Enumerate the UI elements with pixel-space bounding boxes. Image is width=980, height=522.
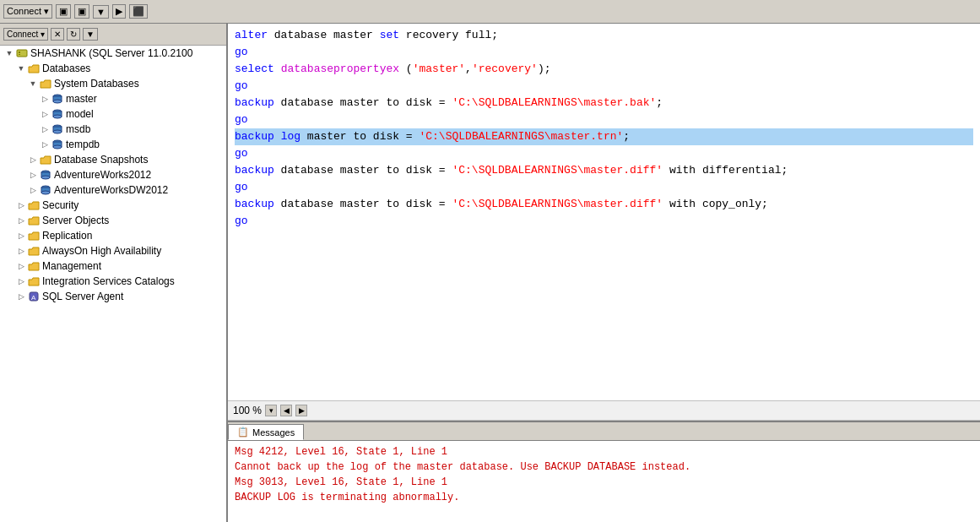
sql-line-7: backup log master to disk = 'C:\SQLDBALE… — [235, 128, 973, 145]
msdb-db-icon — [51, 123, 64, 135]
svg-point-16 — [53, 145, 62, 149]
svg-marker-28 — [29, 263, 39, 270]
message-line: Msg 4212, Level 16, State 1, Line 1 — [235, 444, 973, 459]
tree-item-tempdb[interactable]: ▷ tempdb — [0, 137, 226, 152]
adventureworks-label: AdventureWorks2012 — [54, 169, 151, 181]
refresh-button[interactable]: ↻ — [67, 28, 80, 41]
filter-button[interactable]: ▼ — [83, 28, 98, 41]
object-explorer-tree: ▼ SHASHANK (SQL Server 11.0.2100 ▼ Datab… — [0, 46, 226, 522]
sql-line-6: go — [235, 111, 973, 128]
security-label: Security — [42, 199, 79, 211]
tree-item-alwayson[interactable]: ▷ AlwaysOn High Availability — [0, 243, 226, 258]
messages-panel: 📋 Messages Msg 4212, Level 16, State 1, … — [228, 421, 980, 522]
scroll-right-btn[interactable]: ▶ — [295, 405, 307, 416]
messages-tab[interactable]: 📋 Messages — [228, 424, 304, 440]
expand-replication-icon: ▷ — [15, 230, 27, 242]
zoom-dropdown-btn[interactable]: ▾ — [265, 405, 277, 416]
svg-marker-27 — [29, 247, 39, 255]
expand-server-icon: ▼ — [3, 47, 15, 59]
tree-item-sqlagent[interactable]: ▷ A SQL Server Agent — [0, 289, 226, 304]
scroll-left-btn[interactable]: ◀ — [280, 405, 292, 416]
expand-sysdbs-icon: ▼ — [27, 78, 39, 90]
sysdbs-label: System Databases — [54, 78, 139, 90]
expand-security-icon: ▷ — [15, 199, 27, 211]
tree-item-server[interactable]: ▼ SHASHANK (SQL Server 11.0.2100 — [0, 46, 226, 61]
server-label: SHASHANK (SQL Server 11.0.2100 — [30, 47, 192, 59]
explorer-toolbar: Connect ▾ ✕ ↻ ▼ — [0, 24, 226, 46]
toolbar-btn-2[interactable]: ▣ — [74, 4, 89, 19]
tree-item-replication[interactable]: ▷ Replication — [0, 228, 226, 243]
management-label: Management — [42, 260, 101, 272]
connect-label: Connect ▾ — [7, 6, 49, 16]
sql-line-9: backup database master to disk = 'C:\SQL… — [235, 162, 973, 179]
expand-model-icon: ▷ — [39, 108, 51, 120]
replication-folder-icon — [27, 230, 41, 242]
sql-line-11: backup database master to disk = 'C:\SQL… — [235, 196, 973, 213]
disconnect-button[interactable]: ✕ — [51, 28, 64, 41]
tempdb-label: tempdb — [66, 139, 100, 150]
master-label: master — [66, 93, 97, 105]
messages-tab-label: Messages — [252, 427, 295, 438]
sql-editor-content[interactable]: alter database master set recovery full;… — [228, 24, 980, 400]
svg-rect-2 — [19, 54, 20, 55]
master-db-icon — [51, 93, 64, 105]
tree-item-management[interactable]: ▷ Management — [0, 258, 226, 274]
expand-integration-icon: ▷ — [15, 275, 27, 287]
message-line: Cannot back up the log of the master dat… — [235, 459, 973, 475]
tree-item-msdb[interactable]: ▷ msdb — [0, 122, 226, 137]
expand-serverobj-icon: ▷ — [15, 215, 27, 226]
sql-line-1: alter database master set recovery full; — [235, 27, 973, 44]
messages-tab-icon: 📋 — [237, 427, 249, 438]
svg-marker-3 — [29, 65, 39, 73]
expand-databases-icon: ▼ — [15, 63, 27, 74]
object-explorer-panel: Connect ▾ ✕ ↻ ▼ ▼ SHASHANK (SQL Server 1… — [0, 24, 228, 522]
toolbar-btn-3[interactable]: ▼ — [93, 5, 109, 19]
security-folder-icon — [27, 199, 41, 211]
msdb-label: msdb — [66, 123, 90, 135]
message-line: BACKUP LOG is terminating abnormally. — [235, 490, 973, 505]
sql-line-4: go — [235, 78, 973, 95]
integration-label: Integration Services Catalogs — [42, 275, 175, 287]
tree-item-master[interactable]: ▷ master — [0, 91, 226, 106]
aw-db-icon — [39, 169, 52, 181]
dbsnaps-folder-icon — [39, 154, 52, 166]
connect-toolbar-button[interactable]: Connect ▾ — [3, 28, 48, 41]
awdw-db-icon — [39, 184, 52, 196]
tree-item-integration[interactable]: ▷ Integration Services Catalogs — [0, 274, 226, 289]
tree-item-adventureworks[interactable]: ▷ AdventureWorks2012 — [0, 167, 226, 182]
tree-item-adventureworksdw[interactable]: ▷ AdventureWorksDW2012 — [0, 182, 226, 198]
toolbar-btn-5[interactable]: ⬛ — [129, 4, 148, 19]
sql-line-3: select databasepropertyex ('master','rec… — [235, 61, 973, 78]
connect-button[interactable]: Connect ▾ — [3, 4, 52, 19]
model-db-icon — [51, 108, 64, 120]
integration-folder-icon — [27, 275, 41, 287]
tree-item-security[interactable]: ▷ Security — [0, 198, 226, 213]
expand-master-icon: ▷ — [39, 93, 51, 105]
tree-item-databases[interactable]: ▼ Databases — [0, 61, 226, 76]
toolbar-btn-1[interactable]: ▣ — [56, 4, 71, 19]
svg-marker-24 — [29, 202, 39, 209]
svg-point-7 — [53, 100, 62, 103]
expand-alwayson-icon: ▷ — [15, 245, 27, 257]
adventureworksdw-label: AdventureWorksDW2012 — [54, 184, 168, 196]
svg-point-20 — [41, 176, 50, 179]
sql-line-8: go — [235, 145, 973, 162]
sql-line-5: backup database master to disk = 'C:\SQL… — [235, 95, 973, 111]
zoom-bar: 100 % ▾ ◀ ▶ — [228, 400, 980, 421]
svg-point-10 — [53, 115, 62, 118]
tree-item-model[interactable]: ▷ model — [0, 106, 226, 122]
messages-content: Msg 4212, Level 16, State 1, Line 1Canno… — [228, 441, 980, 522]
tree-item-serverobj[interactable]: ▷ Server Objects — [0, 213, 226, 228]
zoom-label: 100 % — [233, 405, 262, 416]
tree-item-dbsnaps[interactable]: ▷ Database Snapshots — [0, 152, 226, 167]
toolbar-btn-4[interactable]: ▶ — [112, 4, 126, 19]
alwayson-label: AlwaysOn High Availability — [42, 245, 161, 257]
dbsnaps-label: Database Snapshots — [54, 154, 148, 166]
sqlagent-label: SQL Server Agent — [42, 291, 123, 302]
message-line: Msg 3013, Level 16, State 1, Line 1 — [235, 475, 973, 490]
svg-rect-1 — [19, 52, 20, 53]
tree-item-sysdbs[interactable]: ▼ System Databases — [0, 76, 226, 91]
model-label: model — [66, 108, 94, 120]
alwayson-folder-icon — [27, 245, 41, 257]
databases-folder-icon — [27, 63, 41, 74]
